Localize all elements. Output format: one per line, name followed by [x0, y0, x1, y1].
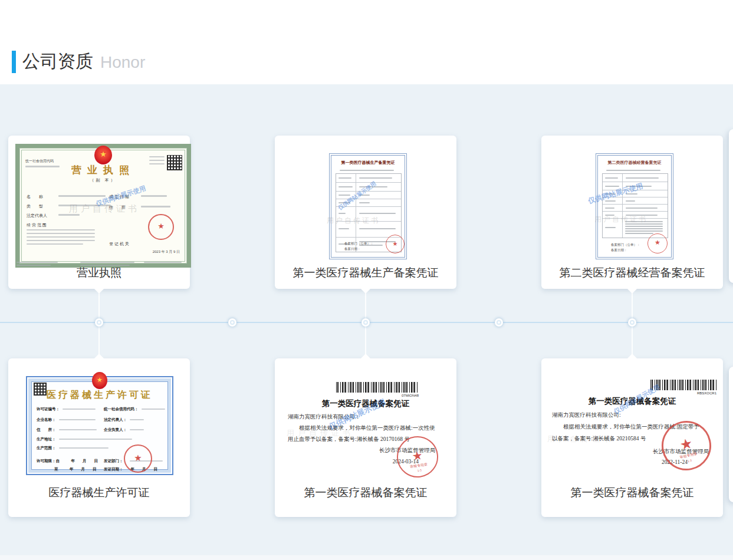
official-seal-stamp: ★ — [148, 214, 174, 240]
field-label: 生产地址： — [37, 437, 56, 442]
barcode-label: RBSXOCR1 — [659, 391, 716, 395]
text-smudge — [59, 439, 132, 440]
accent-bar — [12, 51, 16, 73]
field-label: 住 所： — [37, 427, 56, 433]
card-caption: 营业执照 — [8, 265, 190, 281]
text-smudge — [626, 177, 659, 179]
operation-record-image: 第二类医疗器械经营备案凭证 — [596, 153, 673, 259]
text-smudge — [130, 419, 144, 420]
text-smudge — [27, 243, 83, 245]
cert-title: 第二类医疗器械经营备案凭证 — [599, 160, 670, 166]
field-label-name: 名 称 — [27, 194, 43, 199]
cert-title: 第一类医疗器械生产备案凭证 — [333, 160, 403, 166]
text-smudge — [58, 195, 106, 197]
text-smudge — [27, 229, 95, 230]
star-icon: ★ — [386, 241, 404, 247]
cert-card-production-license[interactable]: ★ 医疗器械生产许可证 许可证编号： 统一社会信用代码： 企业名称： 法定代表人… — [8, 358, 190, 517]
card-caption: 第一类医疗器械备案凭证 — [541, 485, 723, 500]
text-smudge — [149, 156, 165, 157]
text-smudge — [340, 170, 394, 171]
record-dept-line: 备案部门（公章）： — [611, 243, 640, 247]
field-label: 发证部门： — [104, 459, 123, 464]
cert-card-operation-record[interactable]: 第二类医疗器械经营备案凭证 — [541, 136, 723, 289]
field-label-type: 类 型 — [27, 203, 43, 209]
text-smudge — [59, 429, 97, 430]
text-smudge — [142, 409, 165, 410]
cert-subtitle: （副 本） — [19, 177, 187, 183]
barcode-label: 07MION48 — [363, 394, 419, 397]
text-smudge — [338, 213, 346, 214]
text-smudge — [80, 262, 134, 263]
cert-card-production-record[interactable]: 第一类医疗器械生产备案凭证 备案部门（公章）： 备案日期： ★ 仅供网站展示使用 — [275, 136, 456, 289]
star-icon: ★ — [648, 239, 667, 246]
text-smudge — [605, 186, 619, 187]
partial-card-next-top[interactable] — [729, 129, 733, 283]
text-smudge — [338, 195, 350, 196]
text-smudge — [141, 195, 167, 197]
field-label: 法定代表人： — [104, 417, 127, 423]
production-record-image: 第一类医疗器械生产备案凭证 备案部门（公章）： 备案日期： ★ 仅供网站展示使用 — [329, 153, 407, 259]
watermark-user-upload: 用户自传证书 — [287, 428, 354, 439]
cert-card-business-license[interactable]: ★ 营业执照 （副 本） 统一社会信用代码 名 称 类 型 法定代表人 经 营 … — [8, 136, 190, 289]
field-label: 生产范围： — [37, 446, 56, 451]
page-title: 公司资质 — [22, 50, 93, 73]
text-smudge — [605, 207, 614, 209]
timeline-dot — [95, 318, 103, 327]
page-subtitle: Honor — [100, 51, 145, 74]
record-date-line: 备案日期： — [611, 248, 627, 252]
text-smudge — [149, 163, 165, 164]
field-label-legal: 法定代表人 — [27, 213, 47, 218]
text-smudge — [27, 240, 95, 241]
field-label: 许可证编号： — [37, 407, 60, 412]
business-license-image: ★ 营业执照 （副 本） 统一社会信用代码 名 称 类 型 法定代表人 经 营 … — [15, 144, 191, 268]
barcode — [336, 382, 419, 393]
field-label: 至 年 月 日 — [54, 467, 97, 472]
section-bottom-strip — [0, 555, 733, 560]
issue-date: 2023 年 3 月 9 日 — [153, 249, 180, 254]
production-license-image: ★ 医疗器械生产许可证 许可证编号： 统一社会信用代码： 企业名称： 法定代表人… — [26, 376, 173, 475]
text-smudge — [338, 177, 351, 179]
text-smudge — [338, 186, 353, 187]
cert-card-record-1[interactable]: 07MION48 第一类医疗器械备案凭证 湖南力宾医疗科技有限公司： 根据相关法… — [275, 358, 456, 517]
field-label: 统一社会信用代码： — [104, 407, 139, 412]
text-smudge — [338, 228, 349, 229]
field-label: 许可期限：自 年 月 日 — [37, 459, 98, 464]
text-smudge — [625, 226, 663, 227]
card-caption: 第一类医疗器械生产备案凭证 — [275, 265, 456, 281]
card-caption: 第二类医疗器械经营备案凭证 — [541, 265, 723, 281]
text-smudge — [63, 409, 96, 410]
text-smudge — [27, 236, 95, 238]
text-smudge — [606, 170, 660, 171]
watermark-user-upload: 用户自传证书 — [547, 434, 614, 444]
company-honor-page: 公司资质 Honor ★ 营业执照 （副 本） 统一社会信用代码 — [0, 0, 733, 560]
card-caption: 医疗器械生产许可证 — [8, 485, 190, 500]
watermark-user-upload: 用户自传证书 — [327, 216, 380, 226]
timeline-dot — [495, 318, 503, 327]
card-caption: 第一类医疗器械备案凭证 — [275, 485, 456, 500]
partial-card-next-bottom[interactable] — [729, 367, 733, 502]
text-smudge — [626, 200, 635, 202]
doc-line1: 湖南力宾医疗科技有限公司: — [552, 411, 621, 419]
watermark-user-upload: 用户自传证书 — [69, 203, 140, 215]
section-header: 公司资质 Honor — [0, 0, 733, 84]
text-smudge — [25, 166, 60, 167]
text-smudge — [149, 160, 165, 161]
cert-title: 医疗器械生产许可证 — [26, 389, 173, 401]
text-smudge — [625, 230, 663, 232]
qr-code-icon — [167, 155, 182, 170]
national-emblem-icon: ★ — [92, 372, 107, 389]
text-smudge — [359, 177, 392, 179]
credit-code-label: 统一社会信用代码 — [25, 159, 54, 163]
star-icon: ★ — [125, 453, 151, 463]
honor-section: ★ 营业执照 （副 本） 统一社会信用代码 名 称 类 型 法定代表人 经 营 … — [0, 84, 733, 560]
cert-card-record-2[interactable]: RBSXOCR1 第一类医疗器械备案凭证 湖南力宾医疗科技有限公司: 根据相关法… — [541, 358, 723, 517]
text-smudge — [144, 262, 182, 263]
star-icon: ★ — [149, 222, 173, 230]
national-emblem-icon: ★ — [94, 146, 112, 164]
text-smudge — [59, 419, 96, 420]
record-date-line: 备案日期： — [344, 247, 361, 251]
official-seal-stamp: ★ — [124, 444, 152, 473]
record-dept-line: 备案部门（公章）： — [344, 242, 374, 246]
text-smudge — [27, 233, 95, 234]
text-smudge — [359, 228, 396, 229]
